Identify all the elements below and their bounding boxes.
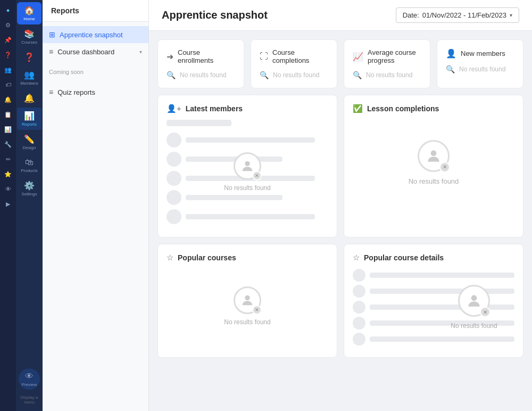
sidebar-item-apprentice-snapshot[interactable]: ⊞ Apprentice snapshot [43,26,148,43]
search-no-results-icon-2: 🔍 [260,71,269,79]
sidebar-item-course-dashboard[interactable]: ≡ Course dashboard ▾ [43,43,148,60]
quiz-icon: ❓ [24,52,35,62]
icon-bar-pen[interactable]: ✏ [2,153,14,165]
latest-members-header: 👤+ Latest members [167,104,328,113]
lesson-completions-card: ✅ Lesson completions ✕ No results found [344,95,523,237]
members-icon: 👥 [24,70,35,80]
popular-course-details-no-results-overlay: ✕ No results found [434,269,514,346]
nav-members[interactable]: 👥 Members [17,67,41,89]
secondary-sidebar: Reports ⊞ Apprentice snapshot ≡ Course d… [43,0,149,411]
apprentice-snapshot-label: Apprentice snapshot [60,31,123,39]
icon-bar-play[interactable]: ▶ [2,198,14,210]
new-members-body: 🔍 No results found [446,65,514,73]
new-members-icon: 👤 [446,48,456,59]
star-icon-popular: ☆ [167,253,173,262]
course-completions-card: ⛶ Course completions 🔍 No results found [251,39,337,88]
sidebar-coming-soon-section: ≡ Quiz reports [43,79,148,105]
user-silhouette-icon-3 [240,293,255,308]
nav-settings-label: Settings [22,192,37,196]
main-content: Apprentice snapshot Date: 01/Nov/2022 - … [149,0,532,411]
avg-course-progress-card: 📈 Average course progress 🔍 No results f… [344,39,430,88]
popular-course-details-card: ☆ Popular course details [344,244,523,358]
icon-bar-bell[interactable]: 🔔 [2,94,14,105]
user-silhouette-icon [240,159,255,174]
courses-icon: 📚 [24,29,35,39]
svg-point-3 [471,295,477,301]
nav-home[interactable]: 🏠 Home [17,2,41,24]
latest-members-card: 👤+ Latest members [157,95,337,237]
lesson-no-results-icon: ✕ [418,140,450,172]
course-completions-no-results: No results found [273,71,319,79]
preview-icon: 👁 [25,372,34,381]
nav-products-label: Products [21,168,38,173]
x-badge-icon-2: ✕ [439,162,450,172]
settings-icon: ⚙️ [24,180,35,191]
detail-avatar-5 [353,333,365,346]
progress-icon: 📈 [353,52,363,62]
products-icon: 🛍 [25,158,34,167]
latest-members-no-results-overlay: ✕ No results found [167,120,328,224]
svg-point-2 [245,295,250,300]
icon-bar-quiz[interactable]: ❓ [2,49,14,61]
checkmark-circle-icon: ✅ [353,104,363,113]
nav-reports-label: Reports [22,122,37,127]
icon-bar-users[interactable]: 👥 [2,64,14,76]
icon-bar-list[interactable]: 📋 [2,109,14,120]
nav-reports[interactable]: 📊 Reports [17,108,41,130]
popular-courses-card: ☆ Popular courses ✕ No results found [157,244,337,358]
svg-point-1 [431,150,437,156]
icon-bar-tag[interactable]: 🏷 [2,79,14,91]
detail-avatar-1 [353,269,365,282]
enrollment-arrow-icon: ➜ [167,52,173,62]
lesson-completions-no-results-text: No results found [409,177,459,185]
nav-settings[interactable]: ⚙️ Settings [17,177,41,200]
sidebar-item-quiz-reports[interactable]: ≡ Quiz reports [43,84,148,101]
date-chevron-icon: ▾ [510,12,512,18]
course-completions-title: Course completions [272,48,328,64]
x-badge-icon-4: ✕ [480,307,491,317]
page-header: Apprentice snapshot Date: 01/Nov/2022 - … [149,0,532,31]
add-member-icon: 👤+ [167,104,181,113]
nav-courses[interactable]: 📚 Courses [17,26,41,48]
nav-design[interactable]: ✏️ Design [17,131,41,153]
popular-courses-title: Popular courses [178,253,236,262]
icon-bar-pin[interactable]: 📌 [2,34,14,46]
nav-courses-label: Courses [21,40,37,45]
detail-avatar-4 [353,317,365,330]
latest-members-title: Latest members [186,104,243,113]
nav-quiz[interactable]: ❓ [17,49,41,65]
icon-bar-home[interactable]: ● [2,4,14,16]
new-members-no-results: No results found [459,65,505,73]
date-picker-button[interactable]: Date: 01/Nov/2022 - 11/Feb/2023 ▾ [396,7,519,23]
page-title: Apprentice snapshot [162,9,268,21]
nav-bell[interactable]: 🔔 [17,90,41,106]
nav-products[interactable]: 🛍 Products [17,154,41,176]
course-enrollments-body: 🔍 No results found [167,71,235,79]
new-members-card: 👤 New members 🔍 No results found [437,39,523,88]
dashboard-area: ➜ Course enrollments 🔍 No results found … [149,31,532,411]
course-enrollments-card: ➜ Course enrollments 🔍 No results found [157,39,244,88]
popular-details-no-results-icon: ✕ [458,285,490,317]
icon-bar-settings[interactable]: ⚙ [2,19,14,31]
user-silhouette-icon-2 [425,147,442,165]
lesson-completions-title: Lesson completions [367,104,439,113]
icon-bar-eye[interactable]: 👁 [2,183,14,195]
nav-preview[interactable]: 👁 Preview [19,368,40,390]
course-completions-body: 🔍 No results found [260,71,328,79]
grid-icon: ⊞ [49,30,55,39]
detail-avatar-2 [353,285,365,298]
no-results-user-icon: ✕ [234,152,261,180]
avg-course-progress-title: Average course progress [368,48,421,64]
search-no-results-icon: 🔍 [167,71,176,79]
search-no-results-icon-3: 🔍 [353,71,362,79]
icon-bar-star[interactable]: ⭐ [2,168,14,180]
lesson-completions-header: ✅ Lesson completions [353,104,514,113]
completions-icon: ⛶ [260,52,268,61]
icon-bar-chart[interactable]: 📊 [2,124,14,135]
popular-course-details-no-results-text: No results found [451,322,497,330]
x-badge-icon: ✕ [252,171,262,180]
icon-bar-tool[interactable]: 🔧 [2,138,14,150]
avg-course-progress-body: 🔍 No results found [353,71,421,79]
new-members-header: 👤 New members [446,48,514,59]
display-menu-button[interactable]: Display a menu [16,391,43,409]
